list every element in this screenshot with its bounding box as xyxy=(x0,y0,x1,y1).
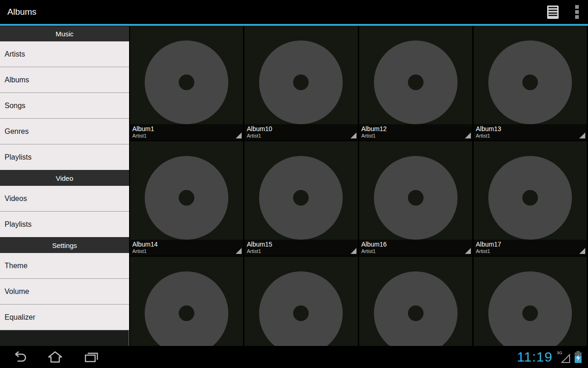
expand-grip-icon xyxy=(579,132,585,138)
album-label-bar: Album13 Artist1 xyxy=(474,124,587,140)
status-cluster: 11:19 3G xyxy=(517,346,582,368)
album-tile[interactable]: Album15 Artist1 xyxy=(244,141,357,256)
album-label-bar: Album1 Artist1 xyxy=(130,124,243,140)
album-title: Album14 xyxy=(132,241,243,248)
action-bar: Albums xyxy=(0,0,588,24)
album-artist: Artist1 xyxy=(476,133,587,139)
screen: Albums MusicArtistsAlbumsSongsGenresPlay… xyxy=(0,0,588,368)
expand-grip-icon xyxy=(236,248,242,254)
sidebar-item-settings-volume[interactable]: Volume xyxy=(0,279,129,305)
home-button[interactable] xyxy=(48,351,62,363)
album-artist: Artist1 xyxy=(362,133,472,139)
sidebar-item-music-playlists[interactable]: Playlists xyxy=(0,144,129,170)
album-tile[interactable] xyxy=(359,257,472,346)
system-nav-bar: 11:19 3G xyxy=(0,346,588,368)
album-title: Album15 xyxy=(247,241,357,248)
sidebar-item-music-songs[interactable]: Songs xyxy=(0,93,129,119)
album-tile[interactable]: Album1 Artist1 xyxy=(130,26,243,140)
album-title: Album13 xyxy=(476,125,587,133)
album-art-disc-icon xyxy=(488,40,572,124)
sidebar-item-music-artists[interactable]: Artists xyxy=(0,41,129,67)
now-playing-queue-button[interactable] xyxy=(547,6,559,19)
album-art-disc-icon xyxy=(145,156,228,240)
sidebar-header-video: Video xyxy=(0,170,129,186)
album-tile[interactable]: Album13 Artist1 xyxy=(474,26,587,140)
album-art-disc-icon xyxy=(374,271,458,346)
album-art-disc-icon xyxy=(259,156,343,240)
sidebar: MusicArtistsAlbumsSongsGenresPlaylistsVi… xyxy=(0,26,129,346)
album-artist: Artist1 xyxy=(247,248,357,254)
album-label-bar: Album12 Artist1 xyxy=(359,124,472,140)
nav-buttons xyxy=(0,346,588,368)
recents-button[interactable] xyxy=(84,351,99,363)
overflow-menu-button[interactable] xyxy=(574,4,580,20)
album-label-bar: Album14 Artist1 xyxy=(130,240,243,256)
album-tile[interactable] xyxy=(474,257,587,346)
album-art-disc-icon xyxy=(145,40,228,124)
content: MusicArtistsAlbumsSongsGenresPlaylistsVi… xyxy=(0,26,588,346)
album-art-disc-icon xyxy=(259,40,343,124)
sidebar-item-settings-theme[interactable]: Theme xyxy=(0,253,129,279)
sidebar-item-settings-equalizer[interactable]: Equalizer xyxy=(0,305,129,330)
album-art-disc-icon xyxy=(488,156,572,240)
album-tile[interactable]: Album10 Artist1 xyxy=(244,26,357,140)
expand-grip-icon xyxy=(465,248,471,254)
album-title: Album16 xyxy=(362,241,472,248)
album-title: Album17 xyxy=(476,241,587,248)
expand-grip-icon xyxy=(236,132,242,138)
album-title: Album12 xyxy=(362,125,472,133)
album-title: Album1 xyxy=(132,125,243,133)
overflow-dot-icon xyxy=(575,5,579,9)
sidebar-filler xyxy=(0,330,129,346)
album-tile[interactable]: Album14 Artist1 xyxy=(130,141,243,256)
album-artist: Artist1 xyxy=(132,248,243,254)
signal-triangle-icon xyxy=(561,353,571,363)
album-artist: Artist1 xyxy=(476,248,587,254)
queue-list-icon xyxy=(547,6,559,19)
signal-indicator: 3G xyxy=(557,350,571,364)
album-art-disc-icon xyxy=(259,271,343,346)
album-art-disc-icon xyxy=(374,40,458,124)
album-tile[interactable]: Album16 Artist1 xyxy=(359,141,472,256)
album-label-bar: Album10 Artist1 xyxy=(244,124,357,140)
album-artist: Artist1 xyxy=(247,133,357,139)
sidebar-header-music: Music xyxy=(0,26,129,41)
album-label-bar: Album17 Artist1 xyxy=(474,240,587,256)
overflow-dot-icon xyxy=(575,15,579,19)
sidebar-list: MusicArtistsAlbumsSongsGenresPlaylistsVi… xyxy=(0,26,129,330)
album-grid: Album1 Artist1 Album10 Artist1 Album12 A… xyxy=(129,26,588,346)
expand-grip-icon xyxy=(351,248,356,254)
album-artist: Artist1 xyxy=(362,248,472,254)
album-label-bar: Album15 Artist1 xyxy=(244,240,357,256)
battery-charging-icon xyxy=(575,351,582,363)
sidebar-item-music-albums[interactable]: Albums xyxy=(0,67,129,93)
sidebar-item-video-videos[interactable]: Videos xyxy=(0,186,129,212)
expand-grip-icon xyxy=(579,248,585,254)
album-art-disc-icon xyxy=(488,271,572,346)
album-artist: Artist1 xyxy=(132,133,243,139)
album-tile[interactable]: Album12 Artist1 xyxy=(359,26,472,140)
album-art-disc-icon xyxy=(374,156,458,240)
status-clock: 11:19 xyxy=(517,349,553,365)
album-tile[interactable]: Album17 Artist1 xyxy=(474,141,587,256)
back-button[interactable] xyxy=(10,351,27,363)
sidebar-item-video-playlists[interactable]: Playlists xyxy=(0,212,129,237)
queue-list-lines xyxy=(548,7,557,17)
action-bar-actions xyxy=(547,0,580,24)
album-tile[interactable] xyxy=(244,257,357,346)
album-label-bar: Album16 Artist1 xyxy=(359,240,472,256)
album-tile[interactable] xyxy=(130,257,243,346)
album-title: Album10 xyxy=(247,125,357,133)
sidebar-item-music-genres[interactable]: Genres xyxy=(0,119,129,144)
album-art-disc-icon xyxy=(145,271,228,346)
overflow-dot-icon xyxy=(575,10,579,14)
expand-grip-icon xyxy=(351,132,356,138)
page-title: Albums xyxy=(7,7,36,17)
sidebar-header-settings: Settings xyxy=(0,237,129,253)
charging-bolt-icon xyxy=(576,355,581,361)
battery-body xyxy=(575,352,582,363)
expand-grip-icon xyxy=(465,132,471,138)
